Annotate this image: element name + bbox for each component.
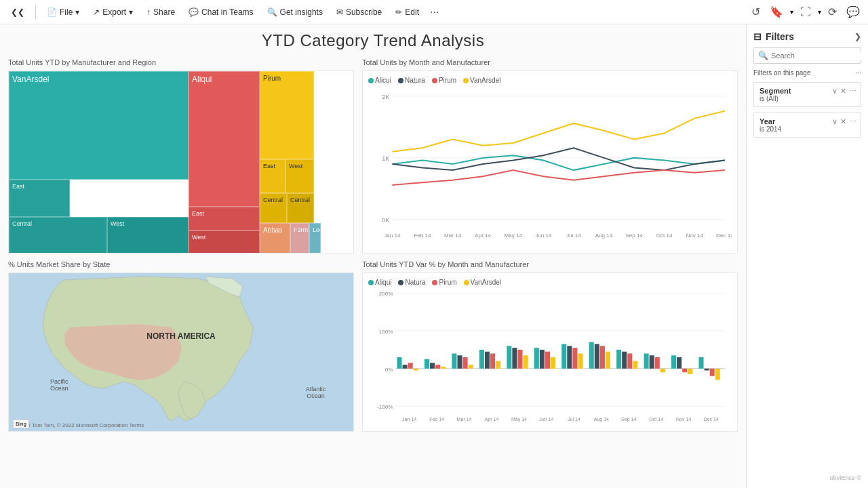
- treemap-cell[interactable]: East: [189, 207, 260, 230]
- subscribe-button[interactable]: ✉ Subscribe: [331, 5, 387, 20]
- legend-item: VanArsdel: [464, 279, 501, 286]
- svg-text:0K: 0K: [382, 217, 389, 224]
- year-clear-icon[interactable]: ✕: [840, 117, 846, 126]
- treemap-cell[interactable]: Abbas: [260, 223, 290, 253]
- svg-text:Mar 14: Mar 14: [457, 417, 472, 422]
- line-chart[interactable]: AlicuiNaturaPirumVanArsdel 2K1K0KJan 14F…: [362, 70, 738, 253]
- svg-rect-55: [551, 357, 555, 369]
- map-svg: [9, 273, 354, 432]
- bing-logo: Bing: [13, 420, 29, 428]
- export-button[interactable]: ↗ Export ▾: [87, 5, 138, 20]
- segment-clear-icon[interactable]: ✕: [840, 87, 846, 96]
- treemap-cell[interactable]: West: [285, 159, 314, 193]
- segment-more-icon[interactable]: ⋯: [849, 87, 856, 96]
- svg-rect-85: [715, 369, 720, 380]
- bookmark-icon[interactable]: 🔖: [767, 3, 786, 21]
- file-button[interactable]: 📄 File ▾: [41, 5, 85, 20]
- treemap-cell[interactable]: Farmu: [290, 223, 309, 253]
- charts-row-1: Total Units YTD by Manufacturer and Regi…: [8, 58, 738, 253]
- comment-icon[interactable]: 💬: [844, 3, 863, 21]
- treemap-cell[interactable]: VanArsdel: [9, 71, 189, 180]
- year-filter-value: is 2014: [760, 125, 855, 133]
- insights-icon: 🔍: [267, 7, 277, 17]
- svg-rect-32: [425, 359, 429, 369]
- treemap-cell[interactable]: Leo: [309, 223, 321, 253]
- svg-text:Jul 14: Jul 14: [566, 232, 581, 239]
- svg-rect-65: [606, 352, 610, 369]
- svg-rect-82: [698, 357, 703, 369]
- more-options-button[interactable]: ···: [427, 3, 441, 21]
- year-filter-card[interactable]: ∨ ✕ ⋯ Year is 2014: [753, 113, 861, 138]
- nav-back-button[interactable]: ❮❮: [5, 5, 30, 20]
- share-icon: ↑: [146, 7, 151, 17]
- svg-rect-43: [485, 352, 490, 369]
- bar-chart[interactable]: AliquiNaturaPirumVanArsdel 200%100%0%-10…: [362, 272, 738, 432]
- get-insights-button[interactable]: 🔍 Get insights: [262, 5, 328, 20]
- svg-rect-60: [578, 354, 583, 369]
- svg-text:1K: 1K: [382, 155, 389, 162]
- bookmark-chevron-icon[interactable]: ▾: [790, 8, 793, 16]
- svg-rect-67: [616, 350, 621, 369]
- page-title: YTD Category Trend Analysis: [8, 31, 738, 50]
- legend-item: VanArsdel: [463, 77, 500, 84]
- map-atlantic-label: AtlanticOcean: [306, 386, 326, 399]
- charts-row-2: % Units Market Share by State: [8, 260, 738, 432]
- legend-item: Pirum: [432, 279, 456, 286]
- treemap-cell[interactable]: West: [189, 230, 260, 253]
- treemap-cell[interactable]: East: [260, 159, 285, 193]
- fullscreen-chevron-icon[interactable]: ▾: [818, 8, 821, 16]
- year-more-icon[interactable]: ⋯: [849, 117, 856, 126]
- svg-rect-69: [627, 354, 632, 369]
- share-button[interactable]: ↑ Share: [141, 5, 180, 20]
- treemap-cell[interactable]: Central: [287, 193, 314, 223]
- svg-text:Apr 14: Apr 14: [475, 232, 491, 239]
- svg-text:Dec 14: Dec 14: [703, 417, 718, 422]
- legend-item: Natura: [398, 77, 425, 84]
- year-filter-controls: ∨ ✕ ⋯: [832, 117, 856, 126]
- fullscreen-icon[interactable]: ⛶: [797, 3, 814, 21]
- treemap-cell[interactable]: Central: [260, 193, 287, 223]
- treemap-cell[interactable]: West: [107, 217, 189, 253]
- svg-text:Apr 14: Apr 14: [485, 417, 499, 422]
- svg-text:2K: 2K: [382, 94, 389, 100]
- segment-filter-card[interactable]: ∨ ✕ ⋯ Segment is (All): [753, 82, 861, 107]
- svg-text:Feb 14: Feb 14: [429, 417, 444, 422]
- svg-rect-42: [479, 350, 484, 369]
- year-expand-icon[interactable]: ∨: [832, 117, 837, 126]
- svg-rect-52: [534, 348, 539, 369]
- refresh-icon[interactable]: ↺: [749, 3, 763, 21]
- treemap-cell[interactable]: Aliqui: [189, 71, 260, 207]
- toolbar-right: ↺ 🔖 ▾ ⛶ ▾ ⟳ 💬: [749, 3, 863, 21]
- reset-icon[interactable]: ⟳: [825, 3, 840, 21]
- svg-text:100%: 100%: [379, 329, 393, 335]
- svg-rect-48: [512, 348, 517, 369]
- svg-text:200%: 200%: [379, 291, 393, 297]
- bar-chart-section: Total Units YTD Var % by Month and Manuf…: [362, 260, 738, 432]
- chat-in-teams-button[interactable]: 💬 Chat in Teams: [183, 5, 258, 20]
- filter-title: ⊟ Filters: [753, 31, 794, 42]
- map-chart[interactable]: NORTH AMERICA PacificOcean AtlanticOcean…: [8, 272, 354, 432]
- treemap-cell[interactable]: Pirum: [260, 71, 314, 159]
- treemap-cell[interactable]: East: [9, 180, 70, 217]
- svg-rect-34: [435, 365, 440, 369]
- svg-rect-78: [677, 357, 682, 369]
- svg-text:Jun 14: Jun 14: [535, 232, 552, 239]
- content-area: YTD Category Trend Analysis Total Units …: [0, 24, 746, 488]
- treemap-cell[interactable]: Central: [9, 217, 107, 253]
- svg-rect-74: [655, 357, 660, 369]
- svg-text:0%: 0%: [385, 367, 393, 373]
- svg-rect-59: [572, 348, 577, 369]
- svg-rect-39: [463, 357, 468, 369]
- filters-on-page-label: Filters on this page ···: [753, 69, 861, 77]
- svg-rect-62: [589, 342, 594, 369]
- edit-button[interactable]: ✏ Edit: [390, 5, 425, 20]
- svg-rect-58: [567, 346, 572, 368]
- svg-text:Sep 14: Sep 14: [625, 232, 643, 239]
- filter-search-input[interactable]: [771, 52, 865, 60]
- treemap-chart[interactable]: VanArsdelEastCentralWestNaturaEastCentra…: [8, 70, 354, 253]
- filter-search-box[interactable]: 🔍: [753, 47, 861, 64]
- line-chart-svg: 2K1K0KJan 14Feb 14Mar 14Apr 14May 14Jun …: [368, 87, 732, 243]
- segment-expand-icon[interactable]: ∨: [832, 87, 837, 96]
- filter-collapse-icon[interactable]: ❯: [854, 32, 861, 41]
- toolbar: ❮❮ 📄 File ▾ ↗ Export ▾ ↑ Share 💬 Chat in…: [0, 0, 868, 24]
